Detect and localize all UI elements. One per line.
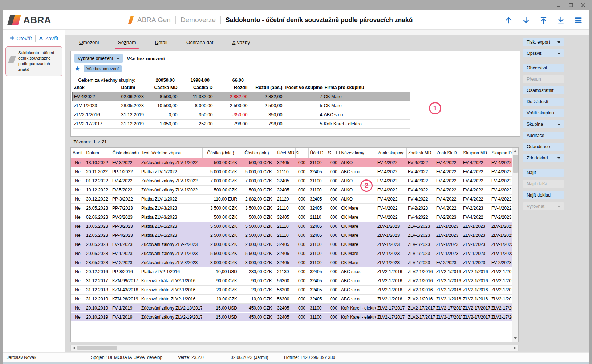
filter-checkbox-icon[interactable] bbox=[405, 151, 406, 154]
tab-seznam[interactable]: Seznam bbox=[109, 35, 146, 50]
column-header-rozd-l[interactable]: Rozdíl bbox=[216, 83, 251, 92]
journal-table-row[interactable]: Ne20.11.2022PP-1/2022Platba ZLV-1/20225 … bbox=[71, 167, 512, 176]
filter-checkbox-icon[interactable] bbox=[271, 151, 274, 154]
journal-table-row[interactable]: Ne13.10.2022FV-3/2022Zúčtování zálohy ZL… bbox=[71, 158, 512, 167]
journal-table-row[interactable]: Ne02.06.2023PV-3/2023Platba ZLV-3/202350… bbox=[71, 213, 512, 222]
column-header-znak[interactable]: Znak bbox=[73, 83, 120, 92]
filter-checkbox-icon[interactable] bbox=[236, 151, 239, 154]
journal-table-row[interactable]: Ne31.12.2017KZN-99/2017Kurzová ztráta ZL… bbox=[71, 276, 512, 285]
column-header-audit[interactable]: Audit bbox=[71, 148, 85, 158]
action-button-skupina[interactable]: Skupina bbox=[523, 120, 564, 128]
cell: Ne bbox=[71, 240, 85, 249]
filter-checkbox-icon[interactable] bbox=[336, 151, 340, 154]
column-header-skupina-d[interactable]: Skupina D bbox=[490, 148, 512, 158]
journal-table-row[interactable]: Ne28.05.2023FV-2/2023Zúčtování zálohy ZL… bbox=[71, 258, 512, 267]
vertical-scrollbar[interactable] bbox=[512, 148, 518, 342]
column-header-datum[interactable]: Datum bbox=[120, 83, 147, 92]
column-header-skupina-md[interactable]: Skupina MD bbox=[462, 148, 490, 158]
filter-checkbox-icon[interactable] bbox=[325, 151, 328, 154]
journal-table-row[interactable]: Ne31.12.2018KZN-43/2018Kurzová ztráta ZL… bbox=[71, 285, 512, 294]
open-button[interactable]: Otevřít bbox=[10, 36, 32, 41]
column-header-st[interactable]: St... bbox=[295, 148, 308, 158]
close-button[interactable] bbox=[579, 1, 588, 9]
journal-table-row[interactable]: Ne26.05.2023PP-7/2023Platba ZLV-3/20233 … bbox=[71, 203, 512, 213]
journal-table-row[interactable]: Ne10.05.2023PP-3/2023Platba ZLV-1/20235 … bbox=[71, 222, 512, 231]
column-header-stka-d[interactable]: Částka D bbox=[181, 83, 216, 92]
window-frame-bottom bbox=[3, 362, 589, 364]
open-agenda-card[interactable]: Saldokonto - účetní deník souvztažně pod… bbox=[5, 46, 62, 76]
journal-table-row[interactable]: Ne20.05.2023FV-1/2023Zúčtování zálohy ZL… bbox=[71, 240, 512, 249]
next-record-icon[interactable] bbox=[522, 16, 530, 24]
action-button-tisk-export[interactable]: Tisk, export bbox=[523, 38, 564, 46]
tab-ochrana-dat[interactable]: Ochrana dat bbox=[177, 35, 223, 50]
horizontal-scrollbar[interactable] bbox=[70, 345, 519, 351]
action-button-naj-t-doklad[interactable]: Najít doklad bbox=[523, 191, 564, 199]
column-header-rozd-l-abs[interactable]: Rozdíl (abs.) bbox=[251, 83, 285, 92]
column-header-stka-dokl[interactable]: Částka (dokl.) bbox=[202, 148, 241, 158]
scroll-right-button[interactable] bbox=[512, 345, 518, 351]
tab-x-vazby[interactable]: X-vazby bbox=[223, 35, 259, 50]
horizontal-scroll-thumb[interactable] bbox=[77, 346, 117, 350]
action-button-vr-tit-skupinu[interactable]: Vrátit skupinu bbox=[523, 109, 564, 117]
filter-checkbox-icon[interactable] bbox=[366, 151, 369, 154]
action-button-do-dost[interactable]: Do žádostí bbox=[523, 98, 564, 106]
previous-record-icon[interactable] bbox=[504, 16, 513, 24]
column-header-n-zev-firmy[interactable]: Název firmy bbox=[340, 148, 376, 158]
journal-table-row[interactable]: Ne31.12.2019KZN-26/2019Kurzová ztráta ZL… bbox=[71, 294, 512, 303]
journal-table-row[interactable]: Ne12.05.2023PP-4/2023Platba ZLV-1/20232 … bbox=[71, 231, 512, 240]
column-header-stka-lok[interactable]: Částka (lok.) bbox=[241, 148, 276, 158]
minimize-button[interactable] bbox=[554, 1, 563, 9]
column-header-znak-skupiny[interactable]: Znak skupiny bbox=[376, 148, 406, 158]
scroll-up-button[interactable] bbox=[512, 148, 518, 154]
tab-omezen[interactable]: Omezení bbox=[70, 35, 109, 50]
first-record-icon[interactable] bbox=[539, 16, 548, 24]
column-header-s[interactable]: S... bbox=[328, 148, 340, 158]
scroll-left-button[interactable] bbox=[71, 345, 77, 351]
groups-table-row[interactable]: FV-4/202202.06.20238 500,0011 382,00-2 8… bbox=[73, 92, 410, 101]
filter-checkbox-icon[interactable] bbox=[305, 151, 308, 154]
action-button-opravit[interactable]: Opravit bbox=[523, 49, 564, 57]
menu-icon[interactable] bbox=[574, 16, 583, 24]
action-button-odauditace[interactable]: Odauditace bbox=[523, 143, 564, 151]
record-counter: Záznam: 1 z 21 bbox=[73, 139, 108, 145]
close-view-button[interactable]: Zavřít bbox=[39, 36, 58, 41]
favorite-star-icon[interactable]: ★ bbox=[74, 65, 80, 72]
journal-table-row[interactable]: Ne20.12.2016PP-8/2016Platba ZLV2-1/20161… bbox=[71, 267, 512, 276]
journal-table-row[interactable]: Ne20.05.2023FV-1/2023Zúčtování zálohy ZL… bbox=[71, 249, 512, 258]
action-button-naj-t[interactable]: Najít bbox=[523, 169, 564, 177]
column-header-datum[interactable]: Datum ... bbox=[85, 148, 111, 158]
groups-table-row[interactable]: ZLV2-17/201731.12.20191 050,00252,00798,… bbox=[73, 119, 410, 128]
column-header-text-etn-ho-z-pisu[interactable]: Text účetního zápisu bbox=[140, 148, 202, 158]
column-header-stka-md[interactable]: Částka MD bbox=[147, 83, 181, 92]
groups-table-row[interactable]: ZLV2-1/201631.12.20190,00350,00-350,0035… bbox=[73, 110, 410, 119]
cell: FV-3/2022 bbox=[111, 158, 140, 167]
column-header-et-md[interactable]: Účet MD bbox=[276, 148, 295, 158]
journal-table-row[interactable]: Ne01.12.2022FV-4/2022Zúčtování zálohy ZL… bbox=[71, 176, 512, 185]
column-header-znak-sk-d[interactable]: Znak Sk.D bbox=[435, 148, 462, 158]
column-header-firma-pro-skupinu[interactable]: Firma pro skupinu bbox=[323, 83, 410, 92]
cell: PP-8/2016 bbox=[111, 267, 140, 276]
action-button-ob-erstvit[interactable]: Občerstvit bbox=[523, 64, 564, 72]
filter-checkbox-icon[interactable] bbox=[183, 151, 186, 154]
restriction-dropdown[interactable]: Vybrané omezení bbox=[74, 54, 123, 63]
cell: 3 000,00 CZK bbox=[202, 258, 241, 267]
last-record-icon[interactable] bbox=[556, 16, 565, 24]
action-button-osamostatnit[interactable]: Osamostatnit bbox=[523, 86, 564, 94]
journal-table-row[interactable]: Ne20.10.2019FV-1/2019Zúčtování zálohy ZL… bbox=[71, 303, 512, 312]
scroll-down-button[interactable] bbox=[512, 335, 518, 341]
groups-table-row[interactable]: ZLV-1/202328.05.202310 500,008 000,002 5… bbox=[73, 101, 410, 110]
journal-table-row[interactable]: Ne30.12.2022PP-3/2022Platba ZLV-1/202211… bbox=[71, 194, 512, 203]
column-header-znak-sk-md[interactable]: Znak sk.MD bbox=[406, 148, 435, 158]
tab-detail[interactable]: Detail bbox=[145, 35, 177, 50]
vertical-scroll-thumb[interactable] bbox=[513, 155, 518, 173]
action-button-zdr-doklad[interactable]: Zdr.doklad bbox=[523, 154, 564, 162]
maximize-button[interactable] bbox=[567, 1, 575, 9]
column-header-po-et-ve-skupin[interactable]: Počet ve skupině bbox=[285, 83, 323, 92]
journal-table-row[interactable]: Ne10.12.2022FV-5/2022Zúčtování zálohy ZL… bbox=[71, 185, 512, 194]
journal-table-row[interactable]: Ne20.10.2019FV-1/2019Zúčtování zálohy ZL… bbox=[71, 312, 512, 321]
restriction-chip[interactable]: Vše bez omezení bbox=[84, 65, 122, 72]
filter-checkbox-icon[interactable] bbox=[106, 151, 109, 154]
column-header-et-d[interactable]: Účet D bbox=[308, 148, 328, 158]
action-button-auditace[interactable]: Auditace bbox=[523, 132, 564, 139]
column-header-slo-dokladu[interactable]: Číslo dokladu bbox=[111, 148, 140, 158]
